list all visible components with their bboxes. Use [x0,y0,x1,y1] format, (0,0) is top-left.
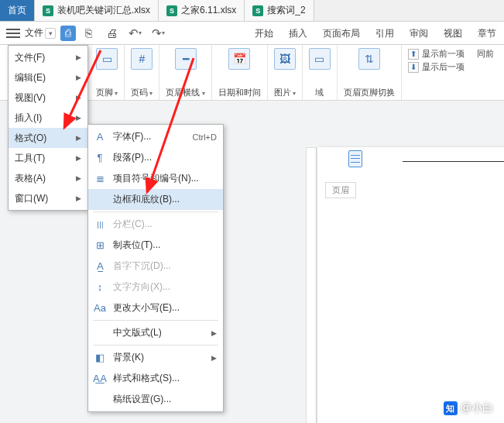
menu-item-icon [93,393,107,407]
redo-icon[interactable]: ↷▾ [147,22,169,44]
menu1-item[interactable]: 视图(V)▶ [9,88,87,108]
submenu-arrow-icon: ▶ [76,148,81,168]
label: 页眉横线 [166,88,200,97]
menu2-item[interactable]: ≣项目符号和编号(N)... [88,168,223,189]
menu1-item[interactable]: 插入(I)▶ [9,108,87,128]
menu1-item[interactable]: 格式(O)▶ [9,128,87,148]
tab-file-2[interactable]: S搜索词_2 [245,0,314,21]
prev-icon: ⬆ [408,49,419,60]
page-number-icon: # [131,48,153,70]
label: 页码 [131,88,148,97]
print-preview-icon[interactable]: ⎘ [77,22,99,44]
submenu-arrow-icon: ▶ [211,354,217,362]
next-icon: ⬇ [408,62,419,73]
menu-item-icon: ⊞ [93,239,107,253]
chevron-down-icon: ▾ [45,28,56,39]
menu2-item[interactable]: ¶段落(P)... [88,147,223,168]
menu1-label: 文件(F) [15,47,45,67]
menu2-item[interactable]: Aa更改大小写(E)... [88,297,223,318]
header-options-icon[interactable] [348,150,362,167]
menu2-label: 边框和底纹(B)... [113,193,180,206]
menu2-label: 项目符号和编号(N)... [113,172,199,185]
ribbon-header-line[interactable]: ━页眉横线 ▾ [159,45,211,100]
menu2-label: 分栏(C)... [113,218,153,231]
menu-item-icon: Aa [93,301,107,315]
menu2-item[interactable]: ◧背景(K)▶ [88,347,223,368]
label: 显示后一项 [422,61,465,73]
save-icon[interactable]: ⎙ [60,26,76,41]
header-line-icon: ━ [175,48,197,70]
menu2-item[interactable]: 中文版式(L)▶ [88,322,223,343]
menu1-label: 工具(T) [15,148,45,168]
ribbon-tab-review[interactable]: 审阅 [402,22,436,45]
label: 页眉页脚切换 [344,87,395,98]
menu-item-icon [93,193,107,207]
menu1-label: 窗口(W) [15,188,48,208]
show-prev-button[interactable]: ⬆显示前一项 [408,48,465,60]
ribbon-page-number[interactable]: #页码 ▾ [125,45,159,100]
undo-icon[interactable]: ↶▾ [124,22,146,44]
tab-file-0[interactable]: S装机吧关键词汇总.xlsx [35,0,159,21]
menu2-label: 样式和格式(S)... [113,372,180,385]
xls-icon: S [43,5,53,16]
header-border [403,161,504,162]
watermark-text: @小白 [461,401,493,415]
ribbon-page-footer[interactable]: ▭页脚 ▾ [90,45,125,100]
hamburger-icon[interactable] [6,26,20,40]
ribbon-tab-layout[interactable]: 页面布局 [315,22,368,45]
shortcut-label: Ctrl+D [193,132,217,142]
menu-item-icon: A͟A [93,372,107,386]
menu2-item[interactable]: 稿纸设置(G)... [88,389,223,410]
menu1-label: 视图(V) [15,88,46,108]
ribbon-field[interactable]: ▭域 [303,45,338,100]
tab-label: 装机吧关键词汇总.xlsx [57,4,150,17]
menu-item-icon: A [93,130,107,144]
zhihu-icon: 知 [444,401,458,415]
header-tag: 页眉 [325,182,356,198]
ribbon-tab-chapter[interactable]: 章节 [470,22,504,45]
submenu-arrow-icon: ▶ [76,88,81,108]
menu2-label: 首字下沉(D)... [113,260,171,273]
menu-item-icon: ◧ [93,351,107,365]
hf-switch-icon: ⇅ [358,48,380,70]
submenu-arrow-icon: ▶ [76,108,81,128]
menu2-label: 文字方向(X)... [113,280,170,294]
ribbon-picture[interactable]: 🖼图片 ▾ [268,45,303,100]
tab-file-1[interactable]: S之家6.11.xlsx [159,0,245,21]
print-icon[interactable]: 🖨 [101,22,122,44]
menu1-item[interactable]: 工具(T)▶ [9,148,87,168]
menu1-label: 格式(O) [15,128,46,148]
ribbon-datetime[interactable]: 📅日期和时间 [212,45,268,100]
menu2-label: 段落(P)... [113,151,152,164]
tab-home[interactable]: 首页 [0,0,35,21]
submenu-arrow-icon: ▶ [76,188,81,208]
file-menu-button[interactable]: 文件▾ [22,26,59,40]
submenu-arrow-icon: ▶ [76,67,81,88]
page-footer-icon: ▭ [96,48,118,70]
ribbon-tab-view[interactable]: 视图 [436,22,470,45]
xls-icon: S [166,5,177,16]
menu-item-icon [93,326,107,340]
vertical-ruler [306,147,317,423]
menu1-item[interactable]: 编辑(E)▶ [9,67,87,88]
field-icon: ▭ [309,48,331,70]
show-next-button[interactable]: ⬇显示后一项 [408,61,465,73]
menu1-item[interactable]: 表格(A)▶ [9,168,87,188]
ribbon-tab-start[interactable]: 开始 [247,22,281,45]
ribbon-hf-switch[interactable]: ⇅页眉页脚切换 [338,45,402,100]
tab-label: 搜索词_2 [267,4,305,17]
menu-item-icon: ⫼ [93,218,107,232]
ribbon-tab-insert[interactable]: 插入 [281,22,315,45]
menu2-item[interactable]: A字体(F)...Ctrl+D [88,126,223,147]
menu-item-icon: ¶ [93,151,107,165]
menu1-item[interactable]: 窗口(W)▶ [9,188,87,208]
menu1-item[interactable]: 文件(F)▶ [9,47,87,67]
ribbon-tab-reference[interactable]: 引用 [368,22,402,45]
menu2-item[interactable]: A͟A样式和格式(S)... [88,368,223,389]
menu2-label: 稿纸设置(G)... [113,393,171,406]
submenu-arrow-icon: ▶ [76,47,81,67]
menu2-item: ↕文字方向(X)... [88,277,223,297]
menu2-item[interactable]: 边框和底纹(B)... [88,189,223,210]
menu2-item[interactable]: ⊞制表位(T)... [88,235,223,256]
submenu-arrow-icon: ▶ [76,128,81,148]
